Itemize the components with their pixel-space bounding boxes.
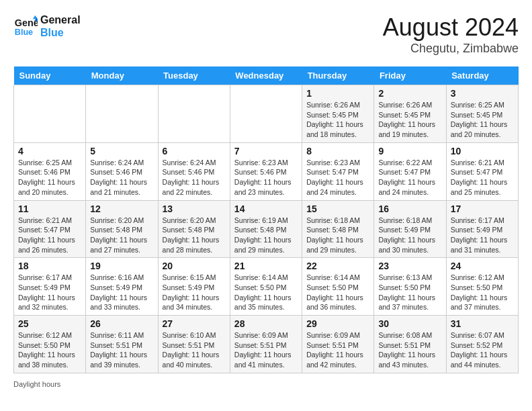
day-number: 7	[234, 146, 298, 156]
day-number: 8	[306, 146, 369, 156]
day-cell-2: 2Sunrise: 6:26 AM Sunset: 5:45 PM Daylig…	[374, 85, 446, 143]
day-number: 1	[306, 88, 369, 99]
day-cell-27: 27Sunrise: 6:10 AM Sunset: 5:51 PM Dayli…	[158, 316, 230, 373]
footer: Daylight hours	[13, 380, 519, 388]
day-cell-15: 15Sunrise: 6:18 AM Sunset: 5:48 PM Dayli…	[302, 200, 374, 258]
day-number: 24	[451, 261, 514, 271]
day-cell-10: 10Sunrise: 6:21 AM Sunset: 5:47 PM Dayli…	[446, 142, 518, 200]
day-cell-14: 14Sunrise: 6:19 AM Sunset: 5:48 PM Dayli…	[230, 200, 302, 258]
page-header: General Blue General Blue August 2024 Ch…	[13, 13, 519, 56]
day-number: 26	[90, 318, 153, 329]
day-info: Sunrise: 6:19 AM Sunset: 5:48 PM Dayligh…	[234, 216, 298, 255]
day-info: Sunrise: 6:15 AM Sunset: 5:49 PM Dayligh…	[163, 273, 226, 312]
day-number: 27	[163, 318, 226, 329]
day-cell-30: 30Sunrise: 6:08 AM Sunset: 5:51 PM Dayli…	[374, 316, 446, 373]
day-header-monday: Monday	[86, 66, 158, 85]
day-number: 15	[306, 203, 369, 214]
day-cell-31: 31Sunrise: 6:07 AM Sunset: 5:52 PM Dayli…	[446, 316, 518, 373]
day-info: Sunrise: 6:25 AM Sunset: 5:45 PM Dayligh…	[451, 100, 514, 140]
day-info: Sunrise: 6:21 AM Sunset: 5:47 PM Dayligh…	[18, 216, 81, 255]
day-info: Sunrise: 6:23 AM Sunset: 5:46 PM Dayligh…	[234, 158, 298, 197]
day-info: Sunrise: 6:23 AM Sunset: 5:47 PM Dayligh…	[306, 158, 369, 197]
day-number: 17	[451, 203, 514, 214]
svg-text:Blue: Blue	[15, 28, 33, 37]
day-cell-empty	[14, 85, 86, 143]
svg-text:General: General	[15, 17, 38, 28]
day-header-friday: Friday	[374, 66, 446, 85]
day-cell-23: 23Sunrise: 6:13 AM Sunset: 5:50 PM Dayli…	[374, 258, 446, 316]
day-header-saturday: Saturday	[446, 66, 518, 85]
day-number: 28	[234, 318, 298, 329]
day-cell-28: 28Sunrise: 6:09 AM Sunset: 5:51 PM Dayli…	[230, 316, 302, 373]
day-info: Sunrise: 6:26 AM Sunset: 5:45 PM Dayligh…	[378, 100, 441, 140]
day-number: 19	[90, 261, 153, 271]
day-cell-6: 6Sunrise: 6:24 AM Sunset: 5:46 PM Daylig…	[158, 142, 230, 200]
day-info: Sunrise: 6:18 AM Sunset: 5:48 PM Dayligh…	[306, 216, 369, 255]
day-info: Sunrise: 6:16 AM Sunset: 5:49 PM Dayligh…	[90, 273, 153, 312]
day-cell-11: 11Sunrise: 6:21 AM Sunset: 5:47 PM Dayli…	[14, 200, 86, 258]
day-info: Sunrise: 6:25 AM Sunset: 5:46 PM Dayligh…	[18, 158, 81, 197]
day-cell-13: 13Sunrise: 6:20 AM Sunset: 5:48 PM Dayli…	[158, 200, 230, 258]
week-row-2: 4Sunrise: 6:25 AM Sunset: 5:46 PM Daylig…	[14, 142, 519, 200]
day-header-wednesday: Wednesday	[230, 66, 302, 85]
day-number: 4	[18, 146, 81, 156]
day-number: 30	[378, 318, 441, 329]
day-header-thursday: Thursday	[302, 66, 374, 85]
day-info: Sunrise: 6:24 AM Sunset: 5:46 PM Dayligh…	[163, 158, 226, 197]
daylight-label: Daylight hours	[13, 380, 60, 388]
day-number: 12	[90, 203, 153, 214]
day-cell-empty	[158, 85, 230, 143]
week-row-5: 25Sunrise: 6:12 AM Sunset: 5:50 PM Dayli…	[14, 316, 519, 373]
day-info: Sunrise: 6:24 AM Sunset: 5:46 PM Dayligh…	[90, 158, 153, 197]
day-info: Sunrise: 6:14 AM Sunset: 5:50 PM Dayligh…	[234, 273, 298, 312]
day-number: 9	[378, 146, 441, 156]
day-info: Sunrise: 6:11 AM Sunset: 5:51 PM Dayligh…	[90, 330, 153, 370]
day-info: Sunrise: 6:22 AM Sunset: 5:47 PM Dayligh…	[378, 158, 441, 197]
day-number: 22	[306, 261, 369, 271]
day-cell-25: 25Sunrise: 6:12 AM Sunset: 5:50 PM Dayli…	[14, 316, 86, 373]
logo: General Blue General Blue	[13, 13, 81, 39]
day-info: Sunrise: 6:12 AM Sunset: 5:50 PM Dayligh…	[451, 273, 514, 312]
day-number: 16	[378, 203, 441, 214]
day-info: Sunrise: 6:20 AM Sunset: 5:48 PM Dayligh…	[163, 216, 226, 255]
day-info: Sunrise: 6:17 AM Sunset: 5:49 PM Dayligh…	[18, 273, 81, 312]
day-number: 11	[18, 203, 81, 214]
day-cell-26: 26Sunrise: 6:11 AM Sunset: 5:51 PM Dayli…	[86, 316, 158, 373]
day-number: 25	[18, 318, 81, 329]
day-header-sunday: Sunday	[14, 66, 86, 85]
day-info: Sunrise: 6:09 AM Sunset: 5:51 PM Dayligh…	[306, 330, 369, 370]
day-cell-19: 19Sunrise: 6:16 AM Sunset: 5:49 PM Dayli…	[86, 258, 158, 316]
day-number: 29	[306, 318, 369, 329]
calendar-header: SundayMondayTuesdayWednesdayThursdayFrid…	[14, 66, 519, 85]
day-cell-empty	[230, 85, 302, 143]
week-row-3: 11Sunrise: 6:21 AM Sunset: 5:47 PM Dayli…	[14, 200, 519, 258]
week-row-4: 18Sunrise: 6:17 AM Sunset: 5:49 PM Dayli…	[14, 258, 519, 316]
day-cell-8: 8Sunrise: 6:23 AM Sunset: 5:47 PM Daylig…	[302, 142, 374, 200]
day-cell-7: 7Sunrise: 6:23 AM Sunset: 5:46 PM Daylig…	[230, 142, 302, 200]
day-info: Sunrise: 6:07 AM Sunset: 5:52 PM Dayligh…	[451, 330, 514, 370]
day-header-tuesday: Tuesday	[158, 66, 230, 85]
day-cell-24: 24Sunrise: 6:12 AM Sunset: 5:50 PM Dayli…	[446, 258, 518, 316]
day-number: 13	[163, 203, 226, 214]
day-info: Sunrise: 6:20 AM Sunset: 5:48 PM Dayligh…	[90, 216, 153, 255]
day-cell-29: 29Sunrise: 6:09 AM Sunset: 5:51 PM Dayli…	[302, 316, 374, 373]
day-number: 20	[163, 261, 226, 271]
day-cell-22: 22Sunrise: 6:14 AM Sunset: 5:50 PM Dayli…	[302, 258, 374, 316]
day-number: 6	[163, 146, 226, 156]
day-number: 14	[234, 203, 298, 214]
day-cell-3: 3Sunrise: 6:25 AM Sunset: 5:45 PM Daylig…	[446, 85, 518, 143]
day-info: Sunrise: 6:08 AM Sunset: 5:51 PM Dayligh…	[378, 330, 441, 370]
day-number: 23	[378, 261, 441, 271]
day-number: 10	[451, 146, 514, 156]
day-cell-4: 4Sunrise: 6:25 AM Sunset: 5:46 PM Daylig…	[14, 142, 86, 200]
day-info: Sunrise: 6:10 AM Sunset: 5:51 PM Dayligh…	[163, 330, 226, 370]
day-info: Sunrise: 6:26 AM Sunset: 5:45 PM Dayligh…	[306, 100, 369, 140]
day-info: Sunrise: 6:18 AM Sunset: 5:49 PM Dayligh…	[378, 216, 441, 255]
location: Chegutu, Zimbabwe	[383, 42, 519, 56]
header-row: SundayMondayTuesdayWednesdayThursdayFrid…	[14, 66, 519, 85]
day-number: 3	[451, 88, 514, 99]
week-row-1: 1Sunrise: 6:26 AM Sunset: 5:45 PM Daylig…	[14, 85, 519, 143]
logo-line2: Blue	[40, 26, 81, 39]
calendar-body: 1Sunrise: 6:26 AM Sunset: 5:45 PM Daylig…	[14, 85, 519, 373]
day-number: 21	[234, 261, 298, 271]
